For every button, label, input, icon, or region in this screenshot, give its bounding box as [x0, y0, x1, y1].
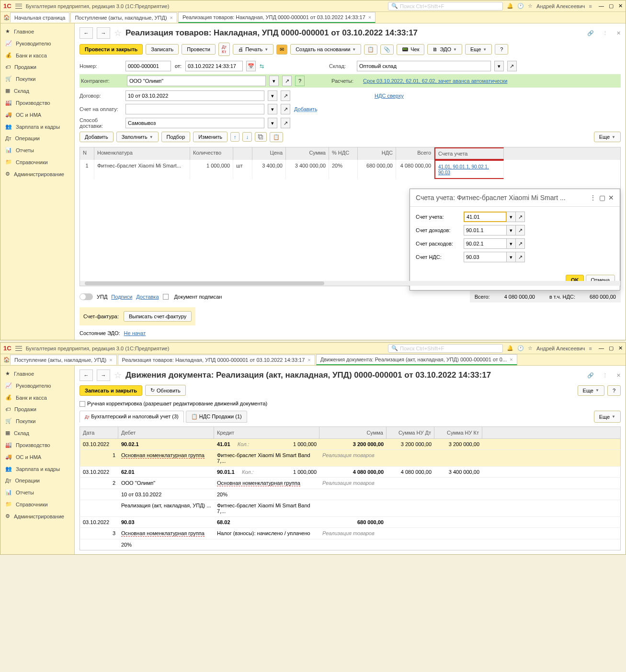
back-button[interactable]: ←	[80, 27, 93, 39]
dropdown-icon[interactable]: ▾	[268, 118, 277, 128]
nav-purchases[interactable]: 🛒 Покупки	[0, 73, 74, 85]
dtkt-icon[interactable]: ДтКт	[218, 43, 230, 56]
manual-checkbox[interactable]	[80, 401, 85, 407]
burger-icon[interactable]	[15, 4, 22, 9]
nav-reports[interactable]: 📊 Отчеты	[0, 144, 74, 156]
signs-link[interactable]: Подписи	[111, 294, 132, 300]
tab-accounting[interactable]: Дт Бухгалтерский и налоговый учет (3)	[80, 411, 184, 423]
burger-icon[interactable]	[15, 346, 22, 351]
tab-sales[interactable]: Реализация товаров: Накладная, УПД 0000-…	[178, 12, 376, 23]
bell-icon[interactable]: 🔔	[507, 345, 513, 351]
maximize-icon[interactable]: ▢	[609, 3, 614, 9]
user-name[interactable]: Андрей Алексеевич	[536, 3, 585, 9]
check-button[interactable]: 📟 Чек	[397, 44, 424, 55]
sklad-input[interactable]	[357, 61, 491, 71]
more-icon[interactable]: ⋮	[590, 194, 596, 202]
close-icon[interactable]: ✕	[618, 3, 623, 9]
star-icon[interactable]: ☆	[528, 345, 533, 351]
change-button[interactable]: Изменить	[193, 132, 228, 142]
nav-manager[interactable]: 📈 Руководителю	[0, 37, 74, 49]
dropdown-icon[interactable]: ▾	[268, 90, 277, 101]
nav-salary[interactable]: 👥 Зарплата и кадры	[0, 121, 74, 133]
nav-catalogs[interactable]: 📁 Справочники	[0, 156, 74, 168]
acc-account-input[interactable]	[464, 212, 507, 222]
tab-home[interactable]: Начальная страница	[10, 12, 69, 22]
maximize-icon[interactable]: ▢	[599, 194, 605, 202]
contract-input[interactable]	[125, 90, 264, 101]
tab-nds[interactable]: 📋 НДС Продажи (1)	[186, 411, 247, 423]
open-icon[interactable]: ↗	[507, 61, 517, 71]
post-button[interactable]: Провести	[182, 44, 216, 55]
more-icon[interactable]: ⋮	[603, 30, 608, 36]
home-icon[interactable]: 🏠	[3, 14, 10, 21]
help-button[interactable]: ?	[495, 44, 508, 55]
global-search[interactable]: 🔍 Поиск Ctrl+Shift+F	[388, 344, 503, 353]
nav-main[interactable]: ★ Главное	[0, 25, 74, 37]
income-account-input[interactable]	[464, 225, 507, 235]
close-icon[interactable]: ×	[368, 14, 371, 20]
nav-production[interactable]: 🏭 Производство	[0, 97, 74, 109]
add-link[interactable]: Добавить	[294, 106, 318, 112]
select-button[interactable]: Подбор	[161, 132, 191, 142]
refresh-button[interactable]: ↻ Обновить	[145, 385, 186, 396]
close-icon[interactable]: ×	[170, 15, 173, 21]
nds-link[interactable]: НДС сверху	[375, 93, 404, 99]
calc-link[interactable]: Срок 03.10.2022, 62.01, 62.02, зачет ава…	[363, 78, 507, 84]
paste-icon[interactable]: 📋	[270, 132, 283, 142]
help-icon[interactable]: ?	[295, 76, 305, 86]
print-button[interactable]: 🖨 Печать ▼	[233, 44, 273, 55]
expense-account-input[interactable]	[464, 238, 507, 249]
invoice-input[interactable]	[125, 104, 264, 114]
delivery-input[interactable]	[125, 118, 264, 128]
forward-button[interactable]: →	[97, 370, 110, 381]
tab-movements[interactable]: Движения документа: Реализация (акт, нак…	[316, 354, 517, 365]
bell-icon[interactable]: 🔔	[507, 3, 513, 9]
mail-icon[interactable]: ✉	[276, 45, 287, 55]
nav-assets[interactable]: 🚚 ОС и НМА	[0, 109, 74, 121]
more-button[interactable]: Еще ▼	[594, 411, 621, 423]
down-icon[interactable]: ↓	[242, 132, 252, 142]
nds-account-input[interactable]	[464, 252, 507, 262]
back-button[interactable]: ←	[80, 370, 93, 381]
nav-operations[interactable]: Дт Операции	[0, 133, 74, 144]
date-input[interactable]	[185, 61, 243, 71]
more-button[interactable]: Еще ▼	[465, 44, 492, 55]
minimize-icon[interactable]: —	[599, 3, 604, 9]
home-icon[interactable]: 🏠	[3, 357, 10, 363]
tab-receipt[interactable]: Поступление (акты, накладные, УПД)×	[70, 12, 177, 22]
up-icon[interactable]: ↑	[230, 132, 240, 142]
delivery-link[interactable]: Доставка	[136, 294, 159, 300]
add-button[interactable]: Добавить	[80, 132, 114, 142]
nav-admin[interactable]: ⚙ Администрирование	[0, 168, 74, 180]
list-icon[interactable]: 📋	[364, 45, 377, 55]
favorite-icon[interactable]: ☆	[114, 28, 122, 38]
nav-sales[interactable]: 🏷 Продажи	[0, 61, 74, 73]
calendar-icon[interactable]: 📅	[246, 61, 256, 71]
edo-state-link[interactable]: Не начат	[124, 330, 146, 336]
fill-button[interactable]: Заполнить ▼	[116, 132, 159, 142]
record-button[interactable]: Записать	[146, 44, 179, 55]
open-icon[interactable]: ↗	[282, 76, 292, 86]
signed-checkbox[interactable]	[163, 294, 169, 300]
dropdown-icon[interactable]: ▾	[269, 76, 279, 86]
open-icon[interactable]: ↗	[281, 118, 290, 128]
grid-row[interactable]: 1 Фитнес-браслет Xiaomi Mi Smart... 1 00…	[80, 160, 620, 179]
global-search[interactable]: 🔍 Поиск Ctrl+Shift+F	[388, 2, 503, 11]
nav-warehouse[interactable]: ▦ Склад	[0, 85, 74, 97]
clock-icon[interactable]: 🕐	[517, 345, 524, 351]
tab-sales[interactable]: Реализация товаров: Накладная, УПД 0000-…	[118, 355, 315, 365]
dropdown-icon[interactable]: ▾	[494, 61, 504, 71]
open-icon[interactable]: ↗	[281, 90, 290, 101]
close-icon[interactable]: ✕	[616, 30, 621, 36]
num-input[interactable]	[125, 61, 171, 71]
accounts-link[interactable]: 41.01, 90.01.1, 90.02.1, 90.03	[438, 164, 489, 175]
dropdown-icon[interactable]: ▾	[268, 104, 277, 114]
edo-button[interactable]: 🗎 ЭДО ▼	[427, 44, 462, 55]
nav-bank[interactable]: 💰 Банк и касса	[0, 49, 74, 61]
more-button[interactable]: Еще ▼	[594, 132, 621, 142]
help-button[interactable]: ?	[607, 385, 621, 396]
tab-receipt[interactable]: Поступление (акты, накладные, УПД)×	[10, 355, 117, 365]
clock-icon[interactable]: 🕐	[517, 3, 524, 9]
attach-icon[interactable]: 📎	[380, 45, 394, 55]
more-button[interactable]: Еще ▼	[578, 385, 604, 396]
